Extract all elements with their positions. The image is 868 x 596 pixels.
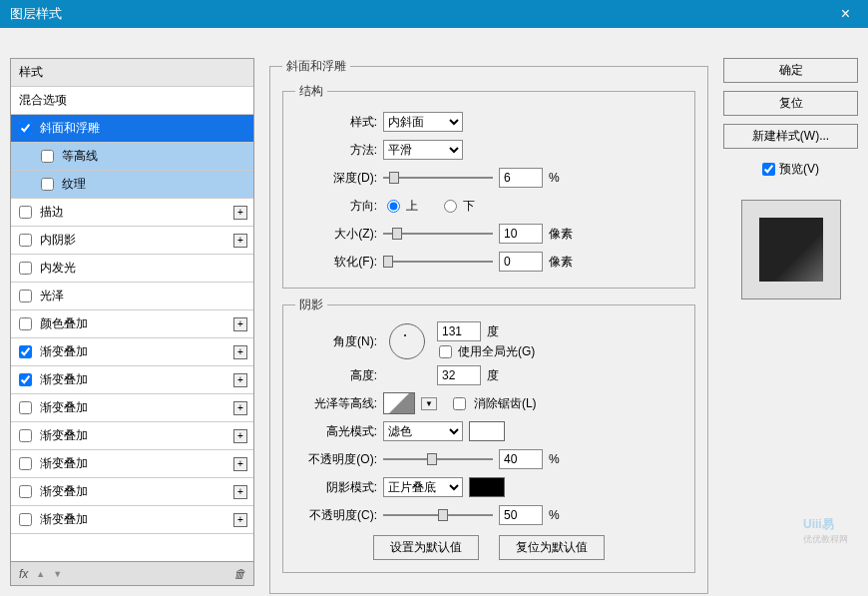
- sidebar-item-10[interactable]: 渐变叠加+: [11, 394, 253, 422]
- sidebar-item-0[interactable]: 斜面和浮雕: [11, 115, 253, 143]
- sidebar-item-checkbox[interactable]: [41, 178, 54, 191]
- plus-icon[interactable]: +: [233, 457, 247, 471]
- sidebar-item-7[interactable]: 颜色叠加+: [11, 310, 253, 338]
- arrow-up-icon[interactable]: ▲: [36, 569, 45, 579]
- sidebar-item-checkbox[interactable]: [19, 317, 32, 330]
- sidebar-item-checkbox[interactable]: [41, 150, 54, 163]
- sidebar-item-6[interactable]: 光泽: [11, 283, 253, 310]
- sidebar-blend-options[interactable]: 混合选项: [11, 87, 253, 115]
- size-slider[interactable]: [383, 226, 493, 242]
- sidebar-item-8[interactable]: 渐变叠加+: [11, 338, 253, 366]
- angle-dial[interactable]: [389, 323, 425, 359]
- plus-icon[interactable]: +: [233, 485, 247, 499]
- sidebar-item-4[interactable]: 内阴影+: [11, 227, 253, 255]
- styles-sidebar: 样式 混合选项 斜面和浮雕等高线纹理描边+内阴影+内发光光泽颜色叠加+渐变叠加+…: [10, 58, 254, 586]
- angle-input[interactable]: [437, 321, 481, 341]
- sidebar-item-label: 渐变叠加: [40, 371, 88, 388]
- sidebar-item-checkbox[interactable]: [19, 373, 32, 386]
- plus-icon[interactable]: +: [233, 429, 247, 443]
- sidebar-item-checkbox[interactable]: [19, 262, 32, 275]
- shadow-opacity-slider[interactable]: [383, 507, 493, 523]
- highlight-opacity-slider[interactable]: [383, 451, 493, 467]
- shadow-opacity-input[interactable]: [499, 505, 543, 525]
- sidebar-item-2[interactable]: 纹理: [11, 171, 253, 199]
- sidebar-item-checkbox[interactable]: [19, 429, 32, 442]
- sidebar-item-label: 渐变叠加: [40, 511, 88, 528]
- bevel-fieldset: 斜面和浮雕 结构 样式: 内斜面 方法: 平滑 深度(D): %: [269, 58, 708, 594]
- plus-icon[interactable]: +: [233, 234, 247, 248]
- sidebar-header[interactable]: 样式: [11, 59, 253, 87]
- reset-default-button[interactable]: 复位为默认值: [499, 535, 605, 560]
- sidebar-item-checkbox[interactable]: [19, 513, 32, 526]
- depth-slider[interactable]: [383, 170, 493, 186]
- trash-icon[interactable]: 🗑: [233, 567, 245, 581]
- sidebar-item-14[interactable]: 渐变叠加+: [11, 506, 253, 534]
- sidebar-item-checkbox[interactable]: [19, 401, 32, 414]
- style-list[interactable]: 样式 混合选项 斜面和浮雕等高线纹理描边+内阴影+内发光光泽颜色叠加+渐变叠加+…: [10, 58, 254, 562]
- highlight-mode-select[interactable]: 滤色: [383, 421, 463, 441]
- plus-icon[interactable]: +: [233, 317, 247, 331]
- arrow-down-icon[interactable]: ▼: [53, 569, 62, 579]
- direction-up-radio[interactable]: [387, 200, 400, 213]
- structure-fieldset: 结构 样式: 内斜面 方法: 平滑 深度(D): % 方向: 上: [282, 83, 695, 289]
- highlight-color-picker[interactable]: [469, 421, 505, 441]
- direction-label: 方向:: [295, 198, 377, 215]
- soften-input[interactable]: [499, 252, 543, 272]
- plus-icon[interactable]: +: [233, 373, 247, 387]
- sidebar-item-11[interactable]: 渐变叠加+: [11, 422, 253, 450]
- sidebar-item-label: 纹理: [62, 176, 86, 193]
- sidebar-item-9[interactable]: 渐变叠加+: [11, 366, 253, 394]
- shadow-mode-select[interactable]: 正片叠底: [383, 477, 463, 497]
- sidebar-item-checkbox[interactable]: [19, 234, 32, 247]
- preview-checkbox[interactable]: [762, 163, 775, 176]
- sidebar-item-label: 内阴影: [40, 232, 76, 249]
- direction-down-radio[interactable]: [444, 200, 457, 213]
- antialias-checkbox[interactable]: [453, 397, 466, 410]
- window-title: 图层样式: [10, 5, 62, 23]
- sidebar-item-13[interactable]: 渐变叠加+: [11, 478, 253, 506]
- right-panel: 确定 复位 新建样式(W)... 预览(V): [723, 58, 858, 586]
- sidebar-item-label: 渐变叠加: [40, 343, 88, 360]
- sidebar-item-label: 光泽: [40, 288, 64, 304]
- altitude-label: 高度:: [295, 367, 377, 384]
- sidebar-item-12[interactable]: 渐变叠加+: [11, 450, 253, 478]
- sidebar-item-5[interactable]: 内发光: [11, 255, 253, 283]
- close-icon[interactable]: ×: [833, 5, 858, 23]
- plus-icon[interactable]: +: [233, 345, 247, 359]
- plus-icon[interactable]: +: [233, 401, 247, 415]
- sidebar-item-checkbox[interactable]: [19, 485, 32, 498]
- sidebar-item-checkbox[interactable]: [19, 290, 32, 302]
- preview-box: [741, 200, 841, 299]
- size-input[interactable]: [499, 224, 543, 244]
- global-light-checkbox[interactable]: [439, 345, 452, 358]
- altitude-input[interactable]: [437, 365, 481, 385]
- style-label: 样式:: [295, 114, 377, 131]
- method-select[interactable]: 平滑: [383, 140, 463, 160]
- sidebar-item-3[interactable]: 描边+: [11, 199, 253, 227]
- sidebar-item-label: 渐变叠加: [40, 427, 88, 444]
- sidebar-item-checkbox[interactable]: [19, 457, 32, 470]
- highlight-opacity-input[interactable]: [499, 449, 543, 469]
- sidebar-item-1[interactable]: 等高线: [11, 143, 253, 171]
- plus-icon[interactable]: +: [233, 513, 247, 527]
- sidebar-item-checkbox[interactable]: [19, 122, 32, 135]
- sidebar-item-checkbox[interactable]: [19, 206, 32, 219]
- sidebar-item-label: 渐变叠加: [40, 399, 88, 416]
- ok-button[interactable]: 确定: [723, 58, 858, 83]
- gloss-contour-picker[interactable]: [383, 392, 415, 414]
- plus-icon[interactable]: +: [233, 206, 247, 220]
- shadow-color-picker[interactable]: [469, 477, 505, 497]
- sidebar-item-checkbox[interactable]: [19, 345, 32, 358]
- sidebar-item-label: 斜面和浮雕: [40, 120, 100, 137]
- cancel-button[interactable]: 复位: [723, 91, 858, 116]
- make-default-button[interactable]: 设置为默认值: [373, 535, 479, 560]
- new-style-button[interactable]: 新建样式(W)...: [723, 124, 858, 149]
- fx-icon[interactable]: fx: [19, 567, 28, 581]
- depth-input[interactable]: [499, 168, 543, 188]
- size-label: 大小(Z):: [295, 226, 377, 243]
- style-select[interactable]: 内斜面: [383, 112, 463, 132]
- method-label: 方法:: [295, 142, 377, 159]
- dropdown-icon[interactable]: ▼: [421, 397, 437, 410]
- soften-slider[interactable]: [383, 254, 493, 270]
- shadow-opacity-label: 不透明度(C):: [295, 507, 377, 524]
